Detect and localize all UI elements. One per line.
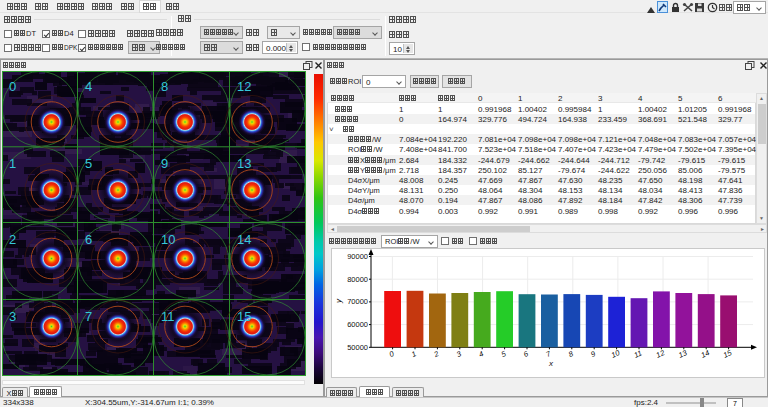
svg-text:1: 1	[9, 156, 16, 171]
svg-text:80000: 80000	[347, 275, 368, 284]
svg-text:14: 14	[237, 232, 251, 247]
svg-text:13: 13	[237, 156, 251, 171]
svg-text:15: 15	[237, 309, 251, 324]
svg-text:0: 0	[9, 79, 16, 94]
svg-text:11: 11	[161, 309, 175, 324]
svg-text:8: 8	[161, 79, 168, 94]
svg-text:9: 9	[161, 156, 168, 171]
svg-text:70000: 70000	[347, 297, 368, 306]
svg-text:90000: 90000	[347, 252, 368, 261]
svg-text:12: 12	[237, 79, 251, 94]
svg-text:3: 3	[9, 309, 16, 324]
svg-text:50000: 50000	[347, 343, 368, 352]
svg-text:5: 5	[85, 156, 92, 171]
svg-text:60000: 60000	[347, 320, 368, 329]
svg-text:4: 4	[85, 79, 92, 94]
svg-text:7: 7	[85, 309, 92, 324]
svg-text:2: 2	[9, 232, 16, 247]
svg-text:10: 10	[161, 232, 175, 247]
svg-text:6: 6	[85, 232, 92, 247]
